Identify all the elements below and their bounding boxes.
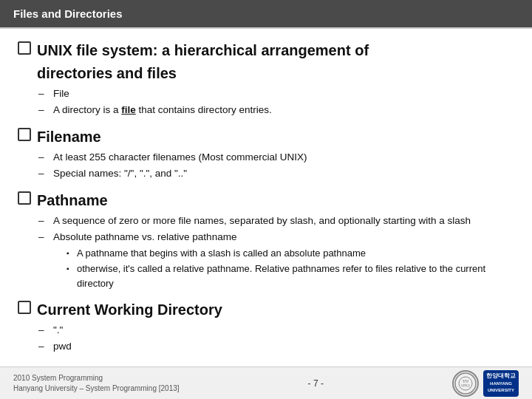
header-title: Files and Directories	[13, 7, 123, 20]
list-item: Absolute pathname vs. relative pathname …	[44, 230, 514, 291]
list-item: Special names: "/", ".", and ".."	[44, 166, 514, 182]
checkbox-icon-cwd	[18, 301, 31, 314]
footer-left: 2010 System Programming Hanyang Universi…	[13, 373, 180, 394]
list-item: File	[44, 86, 514, 102]
university-logo: 한양대학교HANYANG UNIVERSITY	[483, 370, 519, 397]
footer-course: 2010 System Programming	[13, 373, 180, 383]
filename-bullet-list: At least 255 character filenames (Most c…	[44, 150, 514, 182]
checkbox-icon-filename	[18, 128, 31, 141]
footer-page-number: - 7 -	[308, 378, 324, 389]
footer-right: 한양 대학교 한양대학교HANYANG UNIVERSITY	[452, 370, 519, 397]
unix-bullet-list: File A directory is a file that contains…	[44, 86, 514, 118]
list-item: At least 255 character filenames (Most c…	[44, 150, 514, 166]
main-content: UNIX file system: a hierarchical arrange…	[0, 29, 532, 369]
university-seal: 한양 대학교	[452, 370, 479, 397]
section-pathname-title: Pathname	[18, 189, 514, 212]
footer-institution: Hanyang University – System Programming …	[13, 383, 180, 394]
list-item: A sequence of zero or more file names, s…	[44, 214, 514, 229]
list-item: pwd	[44, 339, 514, 355]
section-filename-title: Filename	[18, 126, 514, 149]
section-cwd: Current Working Directory "." pwd	[18, 299, 514, 355]
section-filename: Filename At least 255 character filename…	[18, 126, 514, 182]
list-item: A pathname that begins with a slash is c…	[66, 246, 514, 261]
page-header: Files and Directories	[0, 0, 532, 29]
list-item: A directory is a file that contains dire…	[44, 103, 514, 118]
section-cwd-title: Current Working Directory	[18, 299, 514, 321]
section-unix: UNIX file system: a hierarchical arrange…	[18, 39, 514, 118]
page-footer: 2010 System Programming Hanyang Universi…	[0, 366, 532, 399]
cwd-bullet-list: "." pwd	[44, 323, 514, 355]
pathname-sub-bullet-list: A pathname that begins with a slash is c…	[66, 246, 514, 291]
section-unix-title: UNIX file system: a hierarchical arrange…	[18, 39, 514, 85]
svg-text:대학교: 대학교	[461, 384, 470, 387]
seal-svg: 한양 대학교	[454, 372, 477, 395]
section-pathname: Pathname A sequence of zero or more file…	[18, 189, 514, 291]
pathname-bullet-list: A sequence of zero or more file names, s…	[44, 214, 514, 291]
svg-point-0	[455, 373, 476, 394]
list-item: otherwise, it's called a relative pathna…	[66, 262, 514, 291]
checkbox-icon-unix	[18, 41, 31, 55]
list-item: "."	[44, 323, 514, 338]
checkbox-icon-pathname	[18, 191, 31, 205]
svg-text:한양: 한양	[463, 379, 468, 383]
logo-text: 한양대학교HANYANG UNIVERSITY	[483, 372, 519, 394]
